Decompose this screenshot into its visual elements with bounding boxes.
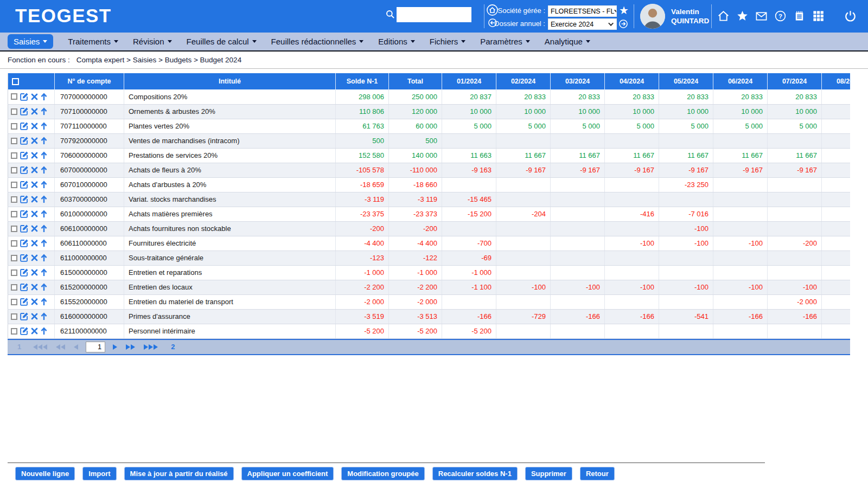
edit-icon[interactable] bbox=[20, 297, 29, 306]
last-page-button[interactable] bbox=[144, 344, 158, 350]
upload-icon[interactable] bbox=[40, 165, 48, 175]
menu-item-feuilles-redactionnelles[interactable]: Feuilles rédactionnelles bbox=[271, 37, 364, 46]
delete-icon[interactable] bbox=[31, 137, 38, 144]
delete-icon[interactable] bbox=[31, 225, 38, 232]
search-input[interactable] bbox=[397, 7, 471, 22]
row-checkbox[interactable] bbox=[11, 93, 17, 100]
apps-icon[interactable] bbox=[812, 10, 825, 22]
nouvelle-ligne-button[interactable]: Nouvelle ligne bbox=[15, 467, 75, 480]
upload-icon[interactable] bbox=[40, 312, 48, 321]
upload-icon[interactable] bbox=[40, 239, 48, 248]
delete-icon[interactable] bbox=[31, 284, 38, 291]
forward-arrow-circle-icon[interactable] bbox=[618, 19, 628, 29]
upload-icon[interactable] bbox=[40, 151, 48, 160]
edit-icon[interactable] bbox=[20, 209, 29, 219]
upload-icon[interactable] bbox=[40, 92, 48, 101]
menu-item-parametres[interactable]: Paramètres bbox=[480, 37, 530, 46]
column-header-n-de-compte[interactable]: N° de compte bbox=[55, 73, 124, 89]
mail-icon[interactable] bbox=[755, 10, 768, 22]
home-icon[interactable] bbox=[717, 10, 730, 22]
row-checkbox[interactable] bbox=[11, 284, 17, 291]
upload-icon[interactable] bbox=[40, 268, 48, 277]
upload-icon[interactable] bbox=[40, 326, 48, 336]
edit-icon[interactable] bbox=[20, 253, 29, 262]
star-icon[interactable] bbox=[736, 10, 749, 22]
edit-icon[interactable] bbox=[20, 224, 29, 233]
upload-icon[interactable] bbox=[40, 209, 48, 219]
row-checkbox[interactable] bbox=[11, 328, 17, 335]
edit-icon[interactable] bbox=[20, 282, 29, 292]
column-header-08-2024[interactable]: 08/2024 bbox=[822, 73, 851, 89]
delete-icon[interactable] bbox=[31, 240, 38, 247]
column-header-02-2024[interactable]: 02/2024 bbox=[496, 73, 551, 89]
delete-icon[interactable] bbox=[31, 181, 38, 188]
column-header-05-2024[interactable]: 05/2024 bbox=[659, 73, 713, 89]
edit-icon[interactable] bbox=[20, 239, 29, 248]
edit-icon[interactable] bbox=[20, 136, 29, 145]
page-2-link[interactable]: 2 bbox=[171, 343, 175, 351]
edit-icon[interactable] bbox=[20, 268, 29, 277]
delete-icon[interactable] bbox=[31, 269, 38, 276]
menu-item-fichiers[interactable]: Fichiers bbox=[430, 37, 466, 46]
column-header-total[interactable]: Total bbox=[389, 73, 442, 89]
delete-icon[interactable] bbox=[31, 93, 38, 100]
select-all-checkbox[interactable] bbox=[12, 78, 19, 85]
row-checkbox[interactable] bbox=[11, 255, 17, 261]
retour-button[interactable]: Retour bbox=[580, 467, 615, 480]
upload-icon[interactable] bbox=[40, 224, 48, 233]
row-checkbox[interactable] bbox=[11, 123, 17, 130]
page-input[interactable] bbox=[86, 342, 105, 352]
edit-icon[interactable] bbox=[20, 151, 29, 160]
row-checkbox[interactable] bbox=[11, 240, 17, 247]
fast-next-button[interactable] bbox=[126, 344, 135, 350]
fast-prev-button[interactable] bbox=[56, 344, 65, 350]
menu-item-saisies[interactable]: Saisies bbox=[8, 34, 53, 49]
delete-icon[interactable] bbox=[31, 313, 38, 320]
company-select[interactable]: FLOREETSENS - FL bbox=[548, 5, 617, 17]
year-select[interactable]: Exercice 2024 bbox=[548, 18, 617, 30]
menu-item-editions[interactable]: Editions bbox=[378, 37, 414, 46]
delete-icon[interactable] bbox=[31, 328, 38, 335]
column-header-intitule[interactable]: Intitulé bbox=[124, 73, 336, 89]
column-header-03-2024[interactable]: 03/2024 bbox=[551, 73, 605, 89]
menu-item-traitements[interactable]: Traitements bbox=[68, 37, 118, 46]
menu-item-analytique[interactable]: Analytique bbox=[545, 37, 590, 46]
row-checkbox[interactable] bbox=[11, 211, 17, 217]
prev-page-button[interactable] bbox=[74, 344, 78, 350]
favorite-star-icon[interactable]: ★ bbox=[619, 4, 629, 16]
menu-item-revision[interactable]: Révision bbox=[133, 37, 172, 46]
delete-icon[interactable] bbox=[31, 210, 38, 217]
row-checkbox[interactable] bbox=[11, 226, 17, 232]
edit-icon[interactable] bbox=[20, 180, 29, 189]
mise-a-jour-a-partir-du-realise-button[interactable]: Mise à jour à partir du réalisé bbox=[124, 467, 234, 480]
delete-icon[interactable] bbox=[31, 196, 38, 203]
import-button[interactable]: Import bbox=[82, 467, 116, 480]
column-header-06-2024[interactable]: 06/2024 bbox=[713, 73, 768, 89]
edit-icon[interactable] bbox=[20, 312, 29, 321]
edit-icon[interactable] bbox=[20, 326, 29, 336]
column-header-04-2024[interactable]: 04/2024 bbox=[605, 73, 659, 89]
upload-icon[interactable] bbox=[40, 195, 48, 204]
edit-icon[interactable] bbox=[20, 165, 29, 175]
upload-icon[interactable] bbox=[40, 253, 48, 262]
delete-icon[interactable] bbox=[31, 108, 38, 115]
column-header-solde-n-1[interactable]: Solde N-1 bbox=[336, 73, 389, 89]
menu-item-feuilles-de-calcul[interactable]: Feuilles de calcul bbox=[187, 37, 257, 46]
help-icon[interactable]: ? bbox=[774, 10, 787, 22]
row-checkbox[interactable] bbox=[11, 152, 17, 159]
recalculer-soldes-n-1-button[interactable]: Recalculer soldes N-1 bbox=[432, 467, 518, 480]
upload-icon[interactable] bbox=[40, 282, 48, 292]
upload-icon[interactable] bbox=[40, 121, 48, 131]
row-checkbox[interactable] bbox=[11, 196, 17, 203]
appliquer-un-coefficient-button[interactable]: Appliquer un coefficient bbox=[241, 467, 334, 480]
first-page-button[interactable] bbox=[33, 344, 47, 350]
row-checkbox[interactable] bbox=[11, 167, 17, 174]
row-checkbox[interactable] bbox=[11, 108, 17, 115]
edit-icon[interactable] bbox=[20, 107, 29, 116]
row-checkbox[interactable] bbox=[11, 299, 17, 305]
delete-icon[interactable] bbox=[31, 254, 38, 261]
row-checkbox[interactable] bbox=[11, 182, 17, 188]
row-checkbox[interactable] bbox=[11, 269, 17, 276]
edit-icon[interactable] bbox=[20, 92, 29, 101]
delete-icon[interactable] bbox=[31, 298, 38, 305]
